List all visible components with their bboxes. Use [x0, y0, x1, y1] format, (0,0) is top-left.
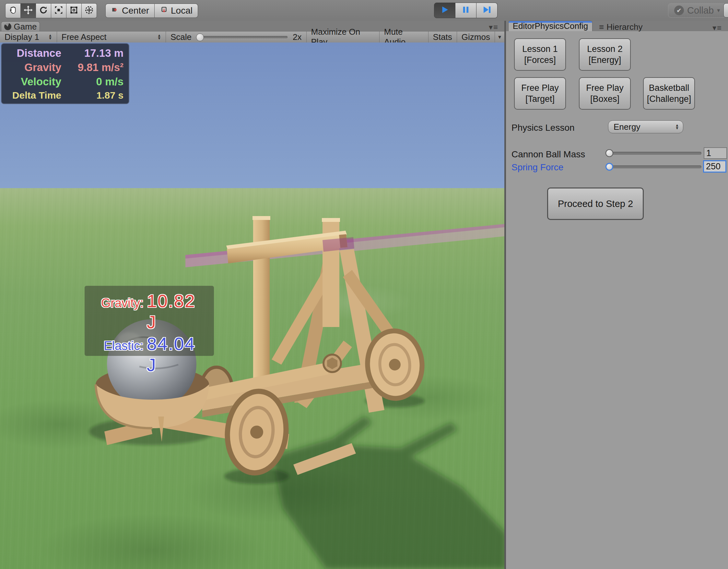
spring-force-value-field[interactable]	[703, 160, 726, 172]
aspect-dropdown-label: Free Aspect	[62, 32, 107, 42]
collab-label: Collab	[687, 5, 714, 16]
rotate-tool-button[interactable]	[36, 3, 51, 18]
physics-lesson-dropdown[interactable]: Energy ▲▼	[608, 120, 683, 133]
button-line1: Lesson 2	[587, 43, 623, 54]
maximize-on-play-toggle[interactable]: Maximize On Play	[306, 31, 380, 42]
move-tool-button[interactable]	[21, 3, 36, 18]
hierarchy-icon: ≡	[599, 22, 604, 32]
proceed-to-step-2-button[interactable]: Proceed to Step 2	[547, 187, 644, 220]
local-axis-button[interactable]: Local	[155, 4, 198, 18]
elastic-energy-value: 84.04 J	[147, 333, 211, 375]
spring-force-label: Spring Force	[511, 162, 563, 172]
pause-button[interactable]	[455, 3, 476, 18]
play-button[interactable]	[434, 3, 455, 18]
stepper-arrows-icon: ▲▼	[675, 124, 679, 130]
center-pivot-label: Center	[122, 6, 149, 16]
button-line2: [Target]	[525, 93, 555, 104]
button-line2: [Challenge]	[647, 93, 691, 104]
rect-icon	[69, 5, 79, 16]
scale-icon	[54, 5, 64, 16]
scale-label: Scale	[170, 32, 192, 42]
collab-button[interactable]: ✔ Collab ▾	[668, 3, 726, 18]
button-free-play-boxes[interactable]: Free Play [Boxes]	[579, 77, 631, 110]
scale-tool-button[interactable]	[51, 3, 66, 18]
button-free-play-target[interactable]: Free Play [Target]	[514, 77, 566, 110]
button-lesson-1-forces[interactable]: Lesson 1 [Forces]	[514, 38, 566, 71]
main-toolbar: Center Local ✔ Collab ▾	[0, 0, 728, 21]
cannon-ball-mass-slider[interactable]	[607, 152, 701, 155]
display-dropdown[interactable]: Display 1 ▲▼	[0, 31, 57, 42]
spring-force-slider[interactable]	[607, 165, 701, 168]
step-button[interactable]	[476, 3, 498, 18]
hierarchy-tab-label: Hierarchy	[606, 22, 642, 32]
stepper-arrows-icon: ▲▼	[157, 34, 161, 40]
center-pivot-button[interactable]: Center	[105, 4, 155, 18]
hud-gravity-row: Gravity 9.81 m/s²	[6, 61, 123, 74]
spring-force-slider-thumb[interactable]	[605, 163, 613, 171]
game-toolbar: Display 1 ▲▼ Free Aspect ▲▼ Scale 2x Max…	[0, 31, 504, 43]
stats-toggle[interactable]: Stats	[429, 31, 457, 42]
play-icon	[440, 5, 450, 16]
cannon-ball-mass-slider-thumb[interactable]	[605, 149, 613, 157]
hud-gravity-label: Gravity	[6, 61, 61, 74]
hud-velocity-value: 0 m/s	[61, 76, 123, 88]
display-dropdown-label: Display 1	[5, 32, 39, 42]
partial-toolbar-button[interactable]	[723, 3, 728, 18]
unity-editor-window: Center Local ✔ Collab ▾	[0, 0, 728, 569]
cannon-ball-mass-label: Cannon Ball Mass	[511, 149, 585, 160]
side-panel-menu-icon[interactable]: ▾≡	[712, 23, 722, 32]
button-line1: Free Play	[521, 82, 559, 93]
stepper-arrows-icon: ▲▼	[48, 34, 52, 40]
scale-control: Scale 2x	[166, 31, 306, 42]
tab-editor-physics-config[interactable]: EditorPhysicsConfig	[508, 21, 593, 31]
gravity-energy-value: 10.82 J	[147, 291, 211, 333]
physics-lesson-label: Physics Lesson	[511, 123, 575, 133]
scale-slider-thumb[interactable]	[196, 33, 204, 41]
hud-deltatime-row: Delta Time 1.87 s	[6, 90, 123, 101]
transform-tool-button[interactable]	[82, 3, 97, 18]
game-panel-menu-icon[interactable]: ▾≡	[489, 23, 499, 32]
hud-distance-row: Distance 17.13 m	[6, 47, 123, 59]
button-basketball-challenge[interactable]: Basketball [Challenge]	[643, 77, 695, 110]
gizmos-caret[interactable]: ▾	[495, 31, 504, 42]
collab-caret-icon: ▾	[717, 7, 720, 14]
aspect-dropdown[interactable]: Free Aspect ▲▼	[57, 31, 166, 42]
scale-slider[interactable]	[197, 36, 288, 38]
hud-velocity-row: Velocity 0 m/s	[6, 76, 123, 88]
hud-velocity-label: Velocity	[6, 76, 61, 88]
game-view-icon	[4, 23, 11, 30]
rect-tool-button[interactable]	[66, 3, 82, 18]
pivot-controls: Center Local	[105, 4, 198, 18]
gravity-energy-label: Gravity:	[88, 296, 144, 310]
hud-deltatime-value: 1.87 s	[61, 90, 123, 101]
cannon-ball-mass-value-field[interactable]	[704, 147, 727, 159]
gizmos-dropdown[interactable]: Gizmos	[457, 31, 495, 42]
center-pivot-icon	[111, 6, 119, 16]
hud-deltatime-label: Delta Time	[6, 90, 61, 101]
button-lesson-2-energy[interactable]: Lesson 2 [Energy]	[579, 38, 631, 71]
game-tab-label: Game	[14, 22, 37, 32]
physics-lesson-value: Energy	[614, 122, 640, 132]
scale-value: 2x	[293, 32, 301, 42]
button-line1: Free Play	[586, 82, 624, 93]
transform-tools	[5, 3, 97, 18]
mute-audio-toggle[interactable]: Mute Audio	[380, 31, 429, 42]
hand-tool-button[interactable]	[5, 3, 21, 18]
move-icon	[23, 5, 33, 16]
stats-label: Stats	[433, 32, 452, 42]
rotate-icon	[39, 5, 48, 16]
tab-game[interactable]: Game	[1, 21, 40, 31]
pause-icon	[461, 5, 470, 16]
catapult-scene-illustration	[0, 42, 506, 569]
tab-hierarchy[interactable]: ≡ Hierarchy	[599, 22, 642, 32]
playmode-controls	[434, 3, 498, 18]
elastic-energy-label: Elastic:	[88, 339, 144, 353]
game-viewport[interactable]: Gravity: 10.82 J Elastic: 84.04 J	[0, 42, 506, 569]
hand-icon	[8, 5, 18, 16]
game-tabstrip	[0, 21, 504, 31]
button-line2: [Boxes]	[590, 93, 619, 104]
local-axis-icon	[160, 6, 168, 16]
energy-overlay-panel: Gravity: 10.82 J Elastic: 84.04 J	[85, 286, 214, 356]
hud-stats-panel: Distance 17.13 m Gravity 9.81 m/s² Veloc…	[1, 43, 129, 104]
button-line2: [Forces]	[524, 54, 556, 65]
